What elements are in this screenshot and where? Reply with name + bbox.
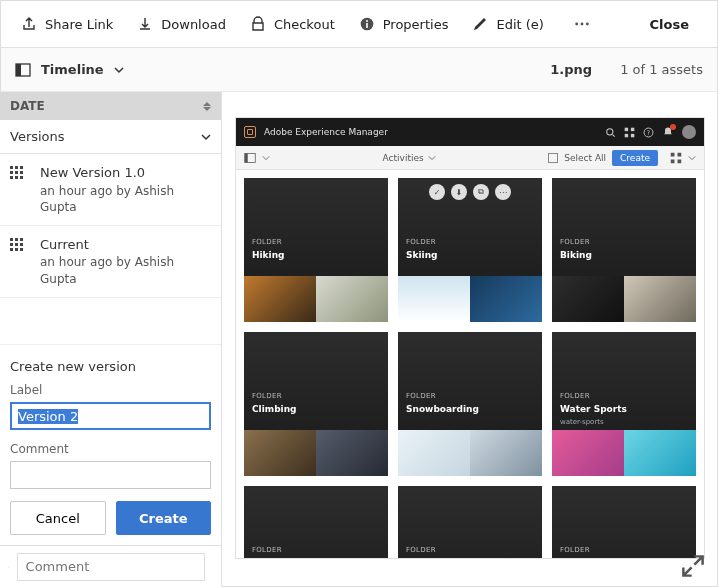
more-icon [574,16,590,32]
svg-rect-13 [631,133,634,136]
version-title: New Version 1.0 [40,164,211,182]
copy-icon: ⧉ [473,184,489,200]
aem-subheader: Activities Select All Create [236,146,704,170]
version-grid-icon [10,238,30,258]
label-input[interactable] [10,402,211,430]
folder-label: FOLDER [252,238,282,246]
timeline-comment-input[interactable] [17,553,205,581]
folder-label: FOLDER [560,238,590,246]
svg-rect-12 [625,133,628,136]
edit-label: Edit (e) [496,17,543,32]
card-hover-actions: ✓⬇⧉⋯ [398,184,542,200]
folder-title: Skiing [406,250,438,260]
svg-rect-22 [677,159,681,163]
folder-grid: FOLDERHiking✓⬇⧉⋯FOLDERSkiingFOLDERBiking… [236,170,704,558]
more-icon: ⋯ [495,184,511,200]
folder-card: FOLDERSnowboarding [398,332,542,476]
pencil-icon [472,16,488,32]
edit-button[interactable]: Edit (e) [462,1,553,47]
svg-point-5 [586,23,589,26]
folder-label: FOLDER [406,238,436,246]
chevron-down-icon [114,65,124,75]
sort-icon [203,102,211,111]
svg-rect-19 [671,152,675,156]
search-icon [605,127,616,138]
svg-rect-21 [671,159,675,163]
date-label: DATE [10,99,45,113]
checkbox-icon [548,153,558,163]
create-version-form: Create new version Label Comment Cancel … [0,344,221,545]
svg-point-4 [580,23,583,26]
properties-button[interactable]: Properties [349,1,459,47]
version-title: Current [40,236,211,254]
folder-title: Snowboarding [406,404,479,414]
top-toolbar: Share Link Download Checkout Properties … [1,1,717,48]
rail-toggle-icon [244,152,256,164]
svg-point-3 [575,23,578,26]
avatar [682,125,696,139]
activities-dropdown: Activities [383,153,436,163]
fullscreen-icon[interactable] [682,555,704,577]
download-icon: ⬇ [451,184,467,200]
comment-caption: Comment [10,442,211,456]
check-icon: ✓ [429,184,445,200]
version-item[interactable]: New Version 1.0 an hour ago by Ashish Gu… [0,154,221,226]
folder-card: FOLDERClimbing [244,332,388,476]
folder-subtitle: water-sports [560,418,604,426]
svg-point-1 [366,20,368,22]
more-button[interactable] [558,1,606,47]
versions-dropdown[interactable]: Versions [0,120,221,154]
download-button[interactable]: Download [127,1,236,47]
version-meta: an hour ago by Ashish Gupta [40,254,211,286]
folder-card: FOLDERHiking & Campinghiking-camping [244,486,388,558]
chevron-down-icon [201,132,211,142]
svg-point-9 [607,128,613,134]
version-item[interactable]: Current an hour ago by Ashish Gupta [0,226,221,298]
grid-icon [624,127,635,138]
svg-rect-7 [16,64,21,76]
comment-bar [0,545,221,587]
folder-label: FOLDER [252,546,282,554]
form-title: Create new version [10,359,211,374]
svg-rect-10 [625,127,628,130]
folder-label: FOLDER [406,392,436,400]
folder-card: FOLDERSurfing [398,486,542,558]
version-grid-icon [10,166,30,186]
folder-card: ✓⬇⧉⋯FOLDERSkiing [398,178,542,322]
bell-icon [662,126,674,138]
folder-card: FOLDERRunning [552,486,696,558]
timeline-panel: DATE Versions New Version 1.0 an hour ag… [0,92,222,587]
download-label: Download [161,17,226,32]
user-icon [8,558,9,576]
checkout-button[interactable]: Checkout [240,1,345,47]
download-icon [137,16,153,32]
svg-rect-2 [366,23,368,28]
folder-label: FOLDER [406,546,436,554]
chevron-down-icon [428,154,436,162]
aem-logo-icon [244,126,256,138]
create-button[interactable]: Create [116,501,212,535]
version-meta: an hour ago by Ashish Gupta [40,183,211,215]
folder-title: Climbing [252,404,297,414]
comment-input[interactable] [10,461,211,489]
share-link-button[interactable]: Share Link [11,1,123,47]
folder-label: FOLDER [252,392,282,400]
folder-label: FOLDER [560,392,590,400]
folder-label: FOLDER [560,546,590,554]
folder-card: FOLDERBiking [552,178,696,322]
share-icon [21,16,37,32]
cancel-button[interactable]: Cancel [10,501,106,535]
timeline-dropdown[interactable]: Timeline [15,62,124,78]
date-header[interactable]: DATE [0,92,221,120]
preview-area: Adobe Experience Manager ? Activities Se [222,92,718,587]
sub-header: Timeline 1.png 1 of 1 assets [1,48,717,92]
folder-title: Hiking [252,250,285,260]
checkout-label: Checkout [274,17,335,32]
lock-icon [250,16,266,32]
svg-rect-20 [677,152,681,156]
share-label: Share Link [45,17,113,32]
close-button[interactable]: Close [632,1,707,47]
properties-label: Properties [383,17,449,32]
info-icon [359,16,375,32]
preview-create-button: Create [612,150,658,166]
